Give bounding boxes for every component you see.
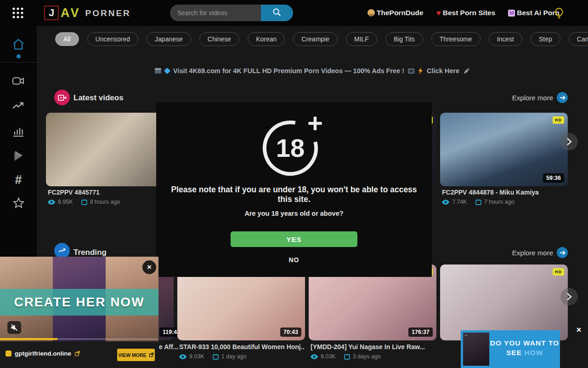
external-link-icon — [149, 352, 154, 357]
hashtag-icon: # — [15, 173, 22, 187]
banner-cta: Click Here — [427, 67, 459, 75]
ad-site-link[interactable]: gptgirlfriend.online — [6, 350, 80, 357]
category-pill-milf[interactable]: MILF — [346, 32, 377, 46]
chevron-right-icon — [566, 293, 572, 301]
sidebar-item-player[interactable] — [0, 149, 37, 162]
logo-name: PORNER — [85, 8, 131, 18]
video-meta: 7.74K 7 hours ago — [442, 199, 514, 205]
sidebar-item-home[interactable] — [0, 38, 37, 52]
views-eye-icon — [179, 354, 187, 359]
category-pill-incest[interactable]: Incest — [489, 32, 522, 46]
view-count: 9.03K — [189, 353, 204, 360]
purple-m-icon: M — [508, 10, 515, 17]
hd-badge: HD — [553, 268, 564, 276]
mute-button[interactable] — [7, 321, 21, 334]
tv-icon — [408, 69, 414, 74]
video-title[interactable]: [YMDD-204] Yui Nagase In Live Raw... — [311, 343, 435, 351]
yes-button[interactable]: YES — [231, 231, 357, 247]
link-best-porn-sites[interactable]: ♥ Best Porn Sites — [436, 9, 496, 17]
trending-up-icon — [12, 101, 25, 110]
category-pill-bigtits[interactable]: Big Tits — [385, 32, 423, 46]
18-plus-icon: 18 + — [257, 110, 331, 179]
lightbulb-icon[interactable] — [554, 7, 565, 19]
latest-explore-more[interactable]: Explore more — [496, 92, 568, 103]
bar-chart-icon — [12, 126, 24, 137]
search-button[interactable] — [261, 5, 293, 21]
calendar-icon — [475, 199, 481, 205]
category-filter-bar: All Uncensored Japanese Chinese Korean C… — [55, 32, 588, 46]
banner-text: Visit 4K69.com for 4K FULL HD Premium Po… — [173, 67, 404, 75]
view-count: 8.95K — [58, 199, 73, 205]
video-meta: 9.03K 3 days ago — [311, 353, 381, 360]
video-thumbnail[interactable]: HD — [440, 264, 568, 340]
corner-ad-close-button[interactable]: × — [573, 325, 584, 336]
video-title[interactable]: FC2PPV 4845771 — [48, 189, 173, 196]
video-thumbnail[interactable]: HD — [46, 113, 174, 186]
ad-headline-band: CREATE HER NOW — [0, 289, 158, 316]
age-question-text: Are you 18 years old or above? — [156, 210, 432, 217]
muted-speaker-icon — [10, 324, 18, 331]
video-title[interactable]: FC2PPV 4844878 - Miku Kamiya — [442, 189, 567, 196]
carousel-next-button[interactable] — [560, 288, 578, 305]
age-verification-modal: 18 + Please note that if you are under 1… — [156, 102, 432, 277]
category-pill-cam[interactable]: Cam — [569, 32, 588, 46]
hd-badge: HD — [553, 116, 564, 124]
trending-explore-more[interactable]: Explore more — [496, 247, 568, 258]
category-pill-japanese[interactable]: Japanese — [147, 32, 191, 46]
play-icon — [12, 149, 24, 162]
category-pill-step[interactable]: Step — [531, 32, 560, 46]
calendar-icon — [81, 199, 87, 205]
category-pill-korean[interactable]: Korean — [248, 32, 285, 46]
views-eye-icon — [311, 354, 318, 359]
corner-ad[interactable]: ← DO YOU WANT TO SEE HOW — [461, 330, 560, 368]
svg-text:+: + — [307, 110, 323, 138]
external-link-icon — [74, 351, 80, 356]
views-eye-icon — [48, 200, 55, 205]
category-pill-chinese[interactable]: Chinese — [199, 32, 239, 46]
no-button[interactable]: NO — [156, 256, 432, 264]
ad-thumbnail — [463, 333, 489, 366]
latest-videos-title: Latest videos — [74, 93, 124, 103]
sidebar-item-favorites[interactable] — [0, 197, 37, 209]
sidebar-item-videos[interactable] — [0, 75, 37, 86]
sidebar-item-tags[interactable]: # — [0, 173, 37, 187]
carousel-next-button[interactable] — [560, 133, 578, 150]
active-indicator-dot — [17, 54, 21, 58]
category-pill-all[interactable]: All — [55, 32, 79, 46]
video-meta: 8.95K 8 hours ago — [48, 199, 120, 205]
heart-icon: ♥ — [436, 9, 441, 17]
latest-videos-icon — [54, 90, 70, 105]
top-header: J AV PORNER ThePornDude ♥ Best Porn Site… — [0, 0, 588, 26]
search-icon — [272, 7, 282, 17]
porndude-face-icon — [368, 9, 375, 17]
star-icon — [12, 197, 25, 209]
view-count: 7.74K — [452, 199, 467, 205]
sidebar-item-trending[interactable] — [0, 101, 37, 110]
view-count: 9.03K — [321, 353, 336, 360]
clapperboard-icon — [155, 68, 161, 74]
category-pill-creampie[interactable]: Creampie — [293, 32, 338, 46]
video-meta: 9.03K 1 day ago — [179, 353, 247, 360]
video-ad[interactable]: CREATE HER NOW gptgirlfriend.online VIEW… — [0, 257, 158, 368]
category-pill-uncensored[interactable]: Uncensored — [87, 32, 139, 46]
corner-ad-text: DO YOU WANT TO SEE HOW — [489, 339, 560, 358]
search-input[interactable] — [170, 5, 261, 21]
apps-grid-icon[interactable] — [12, 7, 24, 19]
promo-banner-link[interactable]: Visit 4K69.com for 4K FULL HD Premium Po… — [37, 65, 588, 77]
video-thumbnail[interactable]: HD 59:36 — [440, 113, 568, 186]
link-best-ai-porn[interactable]: M Best Ai Porn — [508, 9, 559, 17]
sidebar-item-stats[interactable] — [0, 126, 37, 137]
calendar-icon — [213, 354, 219, 360]
logo-j: J — [44, 6, 59, 20]
svg-text:18: 18 — [276, 133, 305, 162]
views-eye-icon — [442, 200, 449, 205]
site-logo[interactable]: J AV PORNER — [44, 6, 131, 20]
partner-links: ThePornDude ♥ Best Porn Sites M Best Ai … — [368, 0, 560, 26]
sidebar-divider — [0, 62, 37, 63]
link-theporndude[interactable]: ThePornDude — [368, 9, 424, 17]
view-more-button[interactable]: VIEW MORE — [117, 349, 155, 361]
ad-close-button[interactable]: × — [142, 260, 156, 274]
category-pill-threesome[interactable]: Threesome — [431, 32, 481, 46]
video-title[interactable]: STAR-933 10,000 Beautiful Women Honj... — [179, 343, 304, 351]
trending-title: Trending — [74, 248, 107, 257]
